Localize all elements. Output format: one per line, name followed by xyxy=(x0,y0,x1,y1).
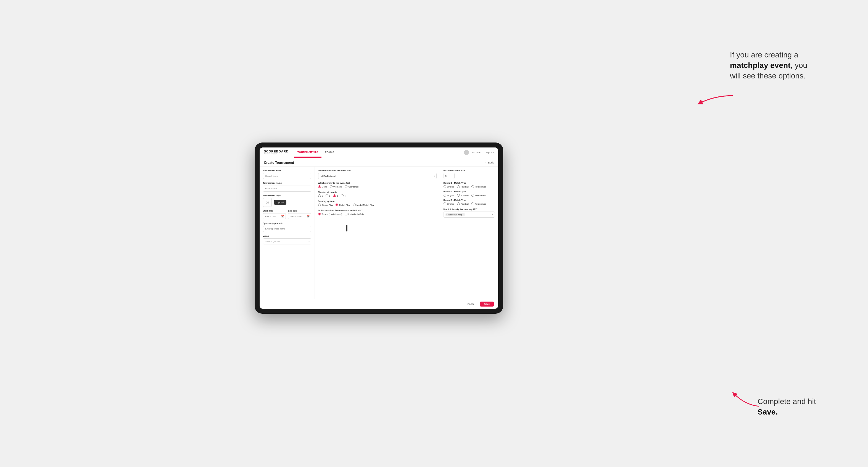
round2-foursomes-radio[interactable] xyxy=(471,194,474,197)
annotation-bottom-text1: Complete and hit xyxy=(757,397,816,406)
round3-singles-label: Singles xyxy=(447,203,454,205)
round3-fourball[interactable]: Fourball xyxy=(457,203,469,205)
gender-womens[interactable]: Womens xyxy=(330,185,342,188)
rounds-group: Number of rounds 1 2 xyxy=(318,191,437,197)
round3-fourball-label: Fourball xyxy=(461,203,469,205)
scoring-medal[interactable]: Medal Match Play xyxy=(353,204,374,206)
round3-foursomes-label: Foursomes xyxy=(475,203,486,205)
round3-foursomes-radio[interactable] xyxy=(471,203,474,205)
rounds-1[interactable]: 1 xyxy=(318,194,323,197)
gender-womens-radio[interactable] xyxy=(330,185,333,188)
date-row: Start date 📅 End date 📅 xyxy=(263,210,311,220)
sign-out-link[interactable]: Sign out xyxy=(486,151,494,154)
round2-singles[interactable]: Singles xyxy=(443,194,454,197)
rounds-2-radio[interactable] xyxy=(326,194,329,197)
end-date-group: End date 📅 xyxy=(288,210,311,220)
start-date-icon: 📅 xyxy=(281,215,284,218)
round1-singles[interactable]: Singles xyxy=(443,185,454,188)
round1-singles-radio[interactable] xyxy=(443,185,446,188)
gender-combined-radio[interactable] xyxy=(345,185,347,188)
venue-select[interactable]: Search golf club xyxy=(263,238,311,244)
round3-singles-radio[interactable] xyxy=(443,203,446,205)
scoring-group: Scoring system Stroke Play Match Play xyxy=(318,200,437,206)
gender-label: Which gender is the event for? xyxy=(318,182,437,184)
round2-singles-label: Singles xyxy=(447,194,454,197)
tournament-name-input[interactable] xyxy=(263,186,311,192)
individuals-only[interactable]: Individuals Only xyxy=(345,213,364,215)
api-tag-container[interactable]: Leaderboard King × ▾ xyxy=(443,212,495,218)
rounds-3[interactable]: 3 xyxy=(333,194,338,197)
start-date-wrapper: 📅 xyxy=(263,213,286,220)
tournament-host-input[interactable] xyxy=(263,173,311,179)
form-left: Tournament Host Tournament name Tourname… xyxy=(259,166,315,299)
gender-mens[interactable]: Mens xyxy=(318,185,327,188)
scoring-match-radio[interactable] xyxy=(336,204,338,206)
round1-foursomes-radio[interactable] xyxy=(471,185,474,188)
main-content: Create Tournament ← Back Tournament Host… xyxy=(259,158,498,309)
user-avatar xyxy=(464,150,469,155)
form-body: Tournament Host Tournament name Tourname… xyxy=(259,166,498,299)
tournament-name-label: Tournament name xyxy=(263,182,311,184)
rounds-4[interactable]: 4 xyxy=(341,194,345,197)
api-tag-remove[interactable]: × xyxy=(462,214,464,216)
tablet-frame: SCOREBOARD Powered by clippit TOURNAMENT… xyxy=(255,143,503,314)
start-date-group: Start date 📅 xyxy=(263,210,286,220)
round2-section: Round 2 - Match Type Singles Fourball xyxy=(443,190,495,197)
individuals-radio[interactable] xyxy=(345,213,347,215)
teams-label: Is this event for Teams and/or Individua… xyxy=(318,209,437,212)
upload-button[interactable]: Upload xyxy=(274,200,286,205)
page-header: Create Tournament ← Back xyxy=(259,158,498,166)
tournament-name-group: Tournament name xyxy=(263,182,311,192)
gender-group: Which gender is the event for? Mens Wome… xyxy=(318,182,437,188)
scoring-match[interactable]: Match Play xyxy=(336,204,350,206)
sponsor-input[interactable] xyxy=(263,226,311,232)
gender-mens-radio[interactable] xyxy=(318,185,321,188)
scoring-stroke-radio[interactable] xyxy=(318,204,321,206)
round3-section: Round 3 - Match Type Singles Fourball xyxy=(443,199,495,205)
round2-fourball[interactable]: Fourball xyxy=(457,194,469,197)
round3-singles[interactable]: Singles xyxy=(443,203,454,205)
nav-tab-teams[interactable]: TEAMS xyxy=(321,148,338,158)
nav-tabs: TOURNAMENTS TEAMS xyxy=(294,148,338,158)
logo-upload-area: Upload xyxy=(263,198,311,207)
power-button[interactable] xyxy=(346,225,347,231)
nav-tab-tournaments[interactable]: TOURNAMENTS xyxy=(294,148,321,158)
gender-combined-label: Combined xyxy=(348,186,358,188)
annotation-top-bold: matchplay event, xyxy=(730,61,793,70)
round3-foursomes[interactable]: Foursomes xyxy=(471,203,486,205)
scoring-stroke[interactable]: Stroke Play xyxy=(318,204,333,206)
back-link[interactable]: ← Back xyxy=(485,161,494,164)
round1-fourball-radio[interactable] xyxy=(457,185,460,188)
round2-singles-radio[interactable] xyxy=(443,194,446,197)
round2-fourball-radio[interactable] xyxy=(457,194,460,197)
rounds-2[interactable]: 2 xyxy=(326,194,330,197)
round3-fourball-radio[interactable] xyxy=(457,203,460,205)
cancel-button[interactable]: Cancel xyxy=(465,302,478,307)
rounds-1-radio[interactable] xyxy=(318,194,321,197)
round1-label: Round 1 - Match Type xyxy=(443,182,495,184)
division-select[interactable]: NCAA Division I xyxy=(318,173,437,179)
rounds-4-label: 4 xyxy=(344,195,345,197)
venue-label: Venue xyxy=(263,235,311,237)
tournament-host-group: Tournament Host xyxy=(263,169,311,179)
round1-foursomes[interactable]: Foursomes xyxy=(471,185,486,188)
round3-radio-group: Singles Fourball Foursomes xyxy=(443,203,495,205)
round2-fourball-label: Fourball xyxy=(461,194,469,197)
round1-fourball[interactable]: Fourball xyxy=(457,185,469,188)
teams-radio[interactable] xyxy=(318,213,321,215)
max-team-size-group: Maximum Team Size xyxy=(443,169,495,179)
rounds-radio-group: 1 2 3 4 xyxy=(318,194,437,197)
sponsor-group: Sponsor (optional) xyxy=(263,222,311,232)
nav-divider: | xyxy=(483,151,483,154)
division-group: Which division is the event for? NCAA Di… xyxy=(318,169,437,179)
end-date-icon: 📅 xyxy=(307,215,310,218)
max-team-size-input[interactable] xyxy=(443,173,455,179)
teams-plus-individuals[interactable]: Teams (+Individuals) xyxy=(318,213,342,215)
round2-foursomes[interactable]: Foursomes xyxy=(471,194,486,197)
rounds-3-radio[interactable] xyxy=(333,194,336,197)
start-date-label: Start date xyxy=(263,210,286,212)
gender-combined[interactable]: Combined xyxy=(345,185,358,188)
save-button[interactable]: Save xyxy=(480,302,494,307)
scoring-medal-radio[interactable] xyxy=(353,204,356,206)
rounds-4-radio[interactable] xyxy=(341,194,344,197)
